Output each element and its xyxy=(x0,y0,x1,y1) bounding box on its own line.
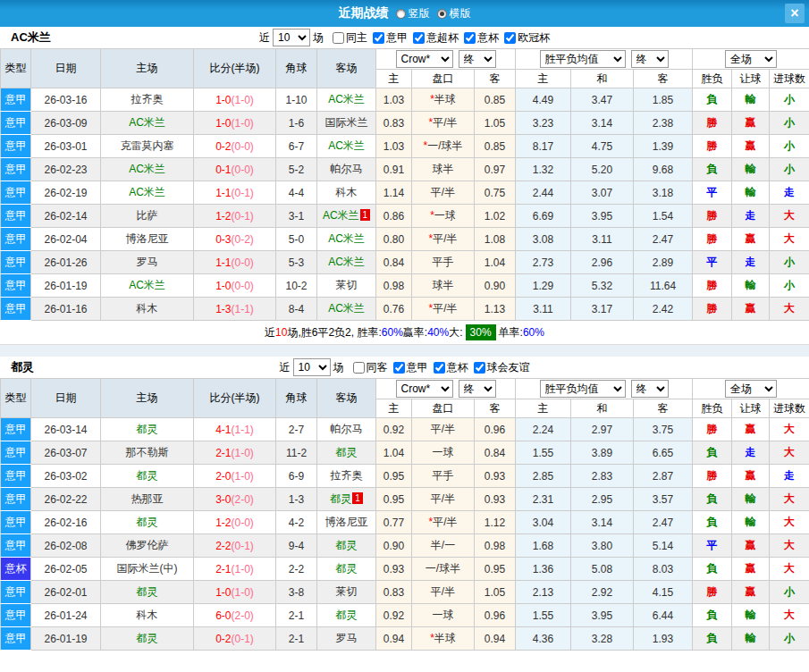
competition-checkbox-label[interactable]: 意杯 xyxy=(428,360,468,375)
half-time-score: (0-1) xyxy=(232,633,254,645)
home-team-name: AC米兰 xyxy=(129,186,165,198)
odds-final-select[interactable]: 终 xyxy=(459,380,496,398)
table-row: 意甲26-03-14都灵4-1(1-1)2-7帕尔马0.92平/半0.962.2… xyxy=(1,418,809,441)
cell-result-outcome: 勝 xyxy=(693,228,732,251)
scope-select[interactable]: 全场 xyxy=(725,380,777,398)
cell-away-team: 博洛尼亚 xyxy=(317,511,376,534)
table-row: 意甲26-03-02都灵2-0(1-0)6-9拉齐奥0.95平手0.932.85… xyxy=(1,465,809,488)
cell-avg-draw: 5.20 xyxy=(571,158,634,181)
summary-segment: 近 xyxy=(265,325,275,340)
competition-checkbox-label[interactable]: 意杯 xyxy=(459,30,499,46)
away-team-name: 都灵 xyxy=(336,539,358,551)
cell-result-goals: 走 xyxy=(770,181,809,205)
competition-checkbox-label[interactable]: 球会友谊 xyxy=(468,360,530,375)
competition-checkbox[interactable] xyxy=(474,362,485,374)
cell-away-team: AC米兰 xyxy=(317,135,376,158)
layout-option-vertical[interactable]: 竖版 xyxy=(396,6,430,21)
cell-handicap: 一/球半 xyxy=(412,558,475,581)
cell-avg-home-win: 1.36 xyxy=(516,558,571,581)
close-icon[interactable]: × xyxy=(785,4,805,23)
competition-checkbox[interactable] xyxy=(434,362,445,374)
scope-select[interactable]: 全场 xyxy=(725,50,777,68)
avg-final-select[interactable]: 终 xyxy=(631,380,669,398)
cell-away-team: 都灵 xyxy=(317,558,376,581)
results-table-container: 类型日期主场比分(半场)角球客场Crow*终胜平负均值终全场主盘口客主和客胜负让… xyxy=(0,48,809,321)
away-team-name: 博洛尼亚 xyxy=(325,516,368,528)
avg-odds-select[interactable]: 胜平负均值 xyxy=(540,50,626,68)
avg-final-select[interactable]: 终 xyxy=(631,50,669,68)
cell-home-team: AC米兰 xyxy=(101,112,194,135)
cell-score: 1-0(1-0) xyxy=(194,112,276,135)
cell-corners: 4-2 xyxy=(276,511,317,534)
cell-date: 26-02-23 xyxy=(31,158,101,181)
cell-result-goals: 大 xyxy=(770,604,809,627)
competition-checkbox[interactable] xyxy=(464,32,476,44)
cell-home-team: AC米兰 xyxy=(101,274,194,298)
same-venue-checkbox-label[interactable]: 同客 xyxy=(344,360,388,375)
cell-result-outcome: 平 xyxy=(693,534,732,558)
cell-away-odds: 0.97 xyxy=(475,158,516,181)
odds-provider-select[interactable]: Crow* xyxy=(396,380,453,398)
match-count-select[interactable]: 10 xyxy=(293,358,331,376)
cell-corners: 6-7 xyxy=(276,135,317,158)
layout-option-horizontal[interactable]: 横版 xyxy=(437,6,471,21)
cell-home-team: 比萨 xyxy=(101,205,194,228)
cell-competition-type: 意甲 xyxy=(1,205,31,228)
cell-result-outcome: 勝 xyxy=(693,581,732,604)
cell-home-odds: 0.90 xyxy=(376,534,412,558)
handicap-text: 平/半 xyxy=(433,302,457,315)
radio-icon[interactable] xyxy=(437,9,447,19)
cell-handicap: 平手 xyxy=(412,465,475,488)
same-venue-checkbox-label[interactable]: 同主 xyxy=(324,30,367,46)
cell-result-outcome: 平 xyxy=(693,181,732,205)
cell-competition-type: 意甲 xyxy=(1,465,31,488)
odds-final-select[interactable]: 终 xyxy=(459,50,496,68)
away-team-name: 都灵 xyxy=(330,492,351,505)
competition-checkbox[interactable] xyxy=(393,362,405,374)
half-time-score: (1-1) xyxy=(232,424,254,436)
odds-provider-select[interactable]: Crow* xyxy=(396,50,453,68)
cell-result-outcome: 負 xyxy=(693,441,732,465)
cell-home-team: 博洛尼亚 xyxy=(101,228,194,251)
half-time-score: (2-0) xyxy=(232,493,254,506)
panel-team-1: AC米兰 近10场同主意甲意超杯意杯欧冠杯 类型日期主场比分(半场)角球客场Cr… xyxy=(0,27,809,345)
cell-avg-draw: 3.80 xyxy=(571,534,634,558)
competition-checkbox-label[interactable]: 意甲 xyxy=(388,360,428,375)
summary-segment: 40% xyxy=(427,326,449,339)
cell-away-team: AC米兰 xyxy=(317,88,376,112)
sub-column-header: 胜负 xyxy=(693,399,732,418)
odds-provider-group-header: Crow*终 xyxy=(376,49,516,70)
cell-away-odds: 1.05 xyxy=(475,581,516,604)
competition-checkbox-label[interactable]: 欧冠杯 xyxy=(499,30,550,46)
competition-checkbox[interactable] xyxy=(504,32,516,44)
column-header: 类型 xyxy=(1,379,31,418)
cell-avg-draw: 3.14 xyxy=(571,511,634,534)
handicap-text: 平/半 xyxy=(433,116,457,129)
same-venue-checkbox[interactable] xyxy=(333,32,344,44)
half-time-score: (0-2) xyxy=(232,233,254,246)
recent-results-dialog: 近期战绩 竖版 横版 × AC米兰 近10场同主意甲意超杯意杯欧冠杯 类型日期主… xyxy=(0,0,809,651)
team-filter-row: 都灵 近10场同客意甲意杯球会友谊 xyxy=(0,357,809,378)
cell-avg-home-win: 3.11 xyxy=(516,298,571,321)
team-name: AC米兰 xyxy=(11,29,51,46)
cell-result-handicap: 輸 xyxy=(732,488,770,511)
cell-avg-draw: 3.28 xyxy=(571,627,634,651)
sub-column-header: 让球 xyxy=(732,70,770,88)
cell-result-outcome: 平 xyxy=(693,251,732,274)
avg-odds-select[interactable]: 胜平负均值 xyxy=(540,380,626,398)
sub-column-header: 进球数 xyxy=(770,399,809,418)
table-row: 意甲26-03-16拉齐奥1-0(1-0)1-10AC米兰1.03*半球0.85… xyxy=(1,88,809,112)
competition-checkbox[interactable] xyxy=(373,32,384,44)
cell-score: 1-2(0-1) xyxy=(194,205,276,228)
match-count-select[interactable]: 10 xyxy=(273,29,310,46)
competition-checkbox-label[interactable]: 意超杯 xyxy=(408,30,459,46)
competition-checkbox[interactable] xyxy=(413,32,425,44)
radio-icon[interactable] xyxy=(396,9,406,19)
competition-label-text: 意超杯 xyxy=(426,30,459,46)
sub-column-header: 主 xyxy=(376,70,412,88)
half-time-score: (1-0) xyxy=(232,563,254,575)
cell-home-odds: 0.83 xyxy=(376,112,412,135)
competition-checkbox-label[interactable]: 意甲 xyxy=(367,30,408,46)
same-venue-checkbox[interactable] xyxy=(353,362,365,374)
cell-home-odds: 1.04 xyxy=(376,441,412,465)
